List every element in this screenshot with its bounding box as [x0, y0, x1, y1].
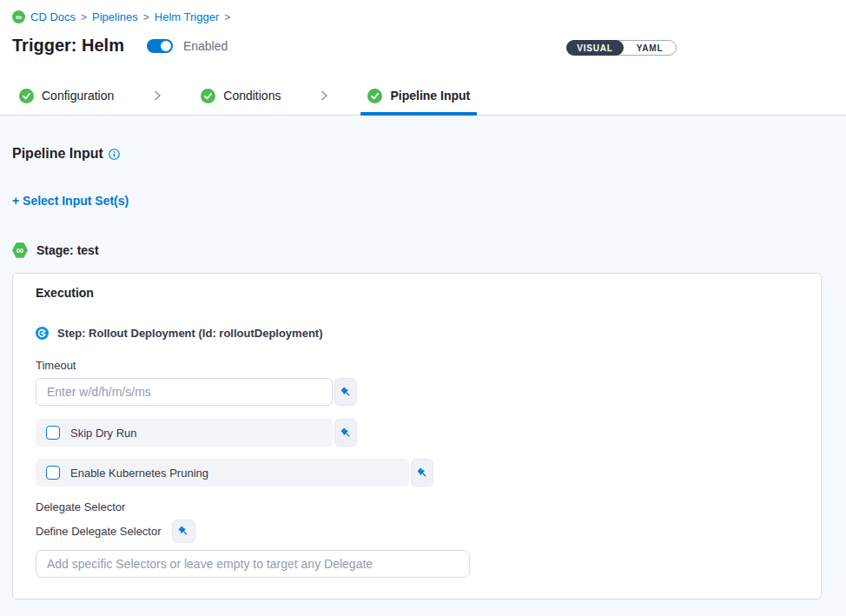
yaml-segment[interactable]: YAML: [624, 40, 676, 56]
page-title: Trigger: Helm: [12, 36, 124, 56]
chevron-right-icon: [317, 89, 331, 103]
execution-title: Execution: [36, 286, 798, 300]
stage-header: ∞ Stage: test: [12, 242, 834, 258]
step-header: Step: Rollout Deployment (Id: rolloutDep…: [36, 327, 798, 340]
breadcrumb-link-helm-trigger[interactable]: Helm Trigger: [155, 10, 219, 23]
runtime-pin-button[interactable]: [411, 459, 433, 487]
tab-pipeline-input[interactable]: Pipeline Input: [360, 76, 477, 115]
visual-segment[interactable]: VISUAL: [566, 40, 624, 56]
tab-conditions[interactable]: Conditions: [194, 76, 288, 115]
check-circle-icon: [19, 89, 34, 103]
define-delegate-label: Define Delegate Selector: [36, 525, 162, 538]
delegate-selectors-input[interactable]: [36, 550, 470, 578]
timeout-input[interactable]: [36, 378, 333, 406]
runtime-pin-button[interactable]: [172, 520, 195, 543]
main-content: Pipeline Input + Select Input Set(s) ∞ S…: [0, 146, 846, 599]
check-circle-icon: [367, 89, 382, 103]
pin-icon: [340, 386, 353, 399]
breadcrumb-separator: >: [224, 11, 230, 23]
breadcrumb-separator: >: [143, 11, 149, 23]
skip-dry-run-row: Skip Dry Run: [36, 419, 333, 447]
rollout-step-icon: [36, 327, 49, 340]
title-row: Trigger: Helm Enabled: [12, 36, 834, 56]
section-title: Pipeline Input: [12, 146, 103, 162]
chevron-right-icon: [150, 89, 164, 103]
cd-stage-icon: ∞: [12, 242, 28, 258]
breadcrumb-separator: >: [81, 11, 87, 23]
skip-dry-run-label: Skip Dry Run: [70, 427, 137, 440]
stage-label: Stage: test: [36, 243, 99, 257]
timeout-label: Timeout: [36, 359, 798, 372]
enable-pruning-row: Enable Kubernetes Pruning: [36, 459, 409, 487]
cd-module-icon: ∞: [12, 10, 25, 23]
info-icon[interactable]: [109, 149, 120, 160]
visual-yaml-toggle: VISUAL YAML: [566, 40, 677, 56]
breadcrumb-link-cd-docs[interactable]: CD Docs: [30, 10, 76, 23]
pin-icon: [177, 525, 190, 538]
tab-label: Conditions: [223, 89, 281, 103]
toggle-knob: [161, 41, 171, 51]
breadcrumb: ∞ CD Docs > Pipelines > Helm Trigger >: [12, 10, 834, 23]
enabled-label: Enabled: [183, 39, 228, 53]
check-circle-icon: [201, 89, 215, 103]
tab-configuration[interactable]: Configuration: [12, 76, 121, 115]
delegate-selector-label: Delegate Selector: [36, 500, 798, 513]
runtime-pin-button[interactable]: [334, 378, 357, 406]
execution-card: Execution Step: Rollout Deployment (Id: …: [12, 273, 822, 599]
pin-icon: [340, 427, 353, 440]
tab-label: Pipeline Input: [390, 89, 470, 103]
enable-pruning-label: Enable Kubernetes Pruning: [70, 467, 208, 480]
skip-dry-run-checkbox[interactable]: [46, 426, 60, 440]
runtime-pin-button[interactable]: [334, 419, 357, 447]
wizard-tabbar: Configuration Conditions Pipeline Input: [0, 76, 846, 116]
enable-pruning-checkbox[interactable]: [46, 466, 60, 480]
breadcrumb-link-pipelines[interactable]: Pipelines: [92, 10, 138, 23]
step-label: Step: Rollout Deployment (Id: rolloutDep…: [57, 327, 323, 340]
tab-label: Configuration: [42, 89, 114, 103]
enabled-toggle[interactable]: [147, 39, 173, 53]
select-input-sets-button[interactable]: + Select Input Set(s): [12, 194, 129, 208]
page-header: ∞ CD Docs > Pipelines > Helm Trigger > T…: [0, 0, 846, 76]
pin-icon: [416, 467, 429, 480]
